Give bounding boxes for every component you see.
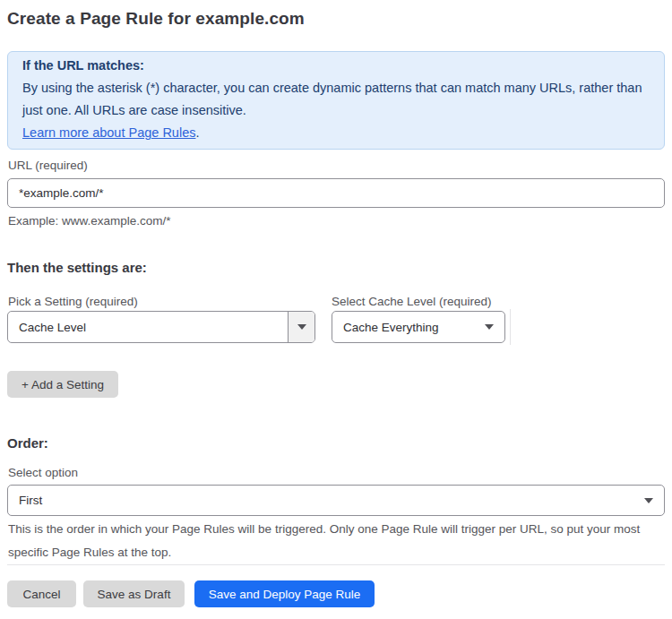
order-select-label: Select option [8, 466, 78, 479]
chevron-down-icon [644, 498, 664, 503]
create-page-rule-form: Create a Page Rule for example.com If th… [0, 0, 672, 619]
setting-select-value: Cache Level [8, 321, 288, 334]
cache-level-select-value: Cache Everything [332, 321, 485, 334]
chevron-down-icon[interactable] [288, 312, 314, 342]
add-setting-button[interactable]: + Add a Setting [7, 371, 118, 398]
settings-section-heading: Then the settings are: [7, 260, 147, 275]
cancel-button[interactable]: Cancel [7, 580, 76, 607]
order-select-value: First [8, 494, 644, 507]
order-help-text: This is the order in which your Page Rul… [8, 518, 666, 564]
page-title: Create a Page Rule for example.com [7, 9, 305, 29]
setting-select[interactable]: Cache Level [7, 311, 315, 343]
order-select[interactable]: First [7, 485, 665, 516]
learn-more-link[interactable]: Learn more about Page Rules [22, 125, 195, 140]
cache-level-select[interactable]: Cache Everything [332, 311, 505, 343]
chevron-down-icon [485, 324, 504, 330]
order-section-heading: Order: [7, 435, 48, 451]
save-draft-button[interactable]: Save as Draft [83, 580, 185, 607]
link-period: . [195, 125, 199, 140]
info-box-heading: If the URL matches: [22, 55, 650, 77]
info-box-body: By using the asterisk (*) character, you… [22, 77, 650, 122]
url-input[interactable] [7, 178, 665, 208]
info-box-link-line: Learn more about Page Rules. [22, 122, 650, 144]
footer-divider [7, 564, 665, 565]
url-example-help: Example: www.example.com/* [8, 214, 171, 228]
url-match-info-box: If the URL matches: By using the asteris… [7, 51, 665, 150]
save-deploy-button[interactable]: Save and Deploy Page Rule [194, 580, 375, 607]
pick-setting-label: Pick a Setting (required) [8, 295, 138, 308]
cache-level-label: Select Cache Level (required) [332, 295, 492, 308]
url-label: URL (required) [8, 159, 88, 172]
setting-row-divider [510, 309, 511, 345]
